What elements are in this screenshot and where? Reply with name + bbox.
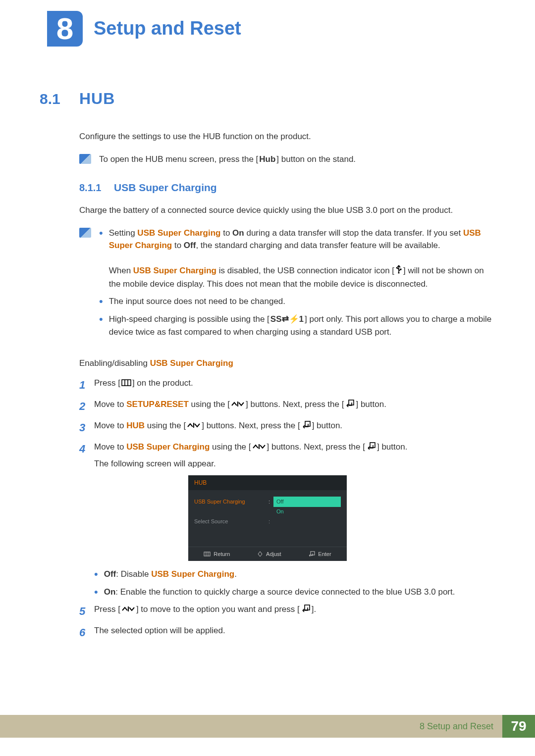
subsection-title: USB Super Charging: [114, 180, 217, 196]
section-number: 8.1: [40, 88, 79, 110]
svg-rect-11: [370, 443, 375, 448]
up-down-icon: [121, 604, 135, 616]
osd-return: Return: [204, 550, 230, 558]
enter-icon: [301, 420, 311, 433]
osd-row-on: On: [194, 507, 341, 517]
svg-rect-2: [400, 269, 402, 270]
enter-icon: [366, 441, 376, 454]
note-bullet-3: • High-speed charging is possible using …: [99, 313, 495, 339]
osd-option-off[interactable]: Off: [273, 497, 341, 507]
osd-title: HUB: [188, 475, 347, 490]
osd-enter: Enter: [308, 550, 331, 558]
page-content: 8.1 HUB Configure the settings to use th…: [0, 57, 535, 665]
note-bullet-2: • The input source does not need to be c…: [99, 295, 495, 308]
enter-icon: [301, 604, 311, 616]
note-usb-charging: • Setting USB Super Charging to On durin…: [79, 227, 495, 344]
footer-chapter-label: 8 Setup and Reset: [0, 715, 502, 738]
enter-icon: [345, 399, 355, 411]
step-1: 1 Press [] on the product.: [79, 377, 495, 393]
step-4: 4 Move to USB Super Charging using the […: [79, 441, 495, 470]
page-footer: 8 Setup and Reset 79: [0, 715, 535, 738]
svg-rect-9: [305, 421, 310, 426]
svg-rect-3: [122, 380, 131, 386]
note-bullet-1: • Setting USB Super Charging to On durin…: [99, 227, 495, 290]
enable-title: Enabling/disabling USB Super Charging: [79, 357, 495, 370]
menu-icon: [121, 377, 131, 390]
osd-row-usb: USB Super Charging : Off: [194, 497, 341, 507]
usb-trident-icon: [395, 265, 402, 278]
chapter-badge: 8: [47, 11, 83, 47]
note-icon: [79, 228, 91, 238]
step-3: 3 Move to HUB using the [] buttons. Next…: [79, 419, 495, 436]
ss-port-icon: SS⇄⚡1: [270, 313, 304, 326]
footer-page-number: 79: [502, 715, 535, 738]
step-5: 5 Press [] to move to the option you wan…: [79, 603, 495, 619]
svg-rect-12: [204, 552, 210, 556]
note-text: To open the HUB menu screen, press the […: [99, 153, 495, 166]
osd-adjust: Adjust: [257, 550, 281, 558]
svg-point-0: [398, 272, 399, 273]
svg-rect-17: [305, 605, 310, 610]
up-down-icon: [187, 420, 201, 433]
osd-row-source: Select Source :: [194, 517, 341, 527]
osd-footer: Return Adjust Enter: [188, 547, 347, 561]
up-down-icon: [252, 441, 266, 454]
osd-hub-menu: HUB USB Super Charging : Off On Select S…: [188, 475, 347, 561]
osd-option-on[interactable]: On: [273, 506, 341, 517]
step-6: 6 The selected option will be applied.: [79, 624, 495, 641]
up-down-icon: [231, 399, 245, 411]
subsection-number: 8.1.1: [79, 180, 114, 195]
chapter-title: Setup and Reset: [94, 14, 241, 43]
chapter-number: 8: [56, 13, 73, 44]
option-off: • Off: Disable USB Super Charging.: [94, 568, 495, 581]
section-title: HUB: [79, 87, 115, 110]
step-2: 2 Move to SETUP&RESET using the [] butto…: [79, 398, 495, 414]
section-heading: 8.1 HUB: [40, 87, 495, 110]
svg-point-1: [396, 267, 398, 269]
note-icon: [79, 154, 91, 164]
option-on: • On: Enable the function to quickly cha…: [94, 586, 495, 599]
svg-rect-7: [349, 400, 354, 405]
section-intro: Configure the settings to use the HUB fu…: [79, 130, 495, 143]
subsection-intro: Charge the battery of a connected source…: [79, 204, 495, 217]
subsection-heading: 8.1.1 USB Super Charging: [79, 180, 495, 196]
note-open-hub: To open the HUB menu screen, press the […: [79, 153, 495, 166]
hub-button-icon: Hub: [259, 153, 275, 166]
chapter-header: 8 Setup and Reset: [0, 0, 535, 57]
